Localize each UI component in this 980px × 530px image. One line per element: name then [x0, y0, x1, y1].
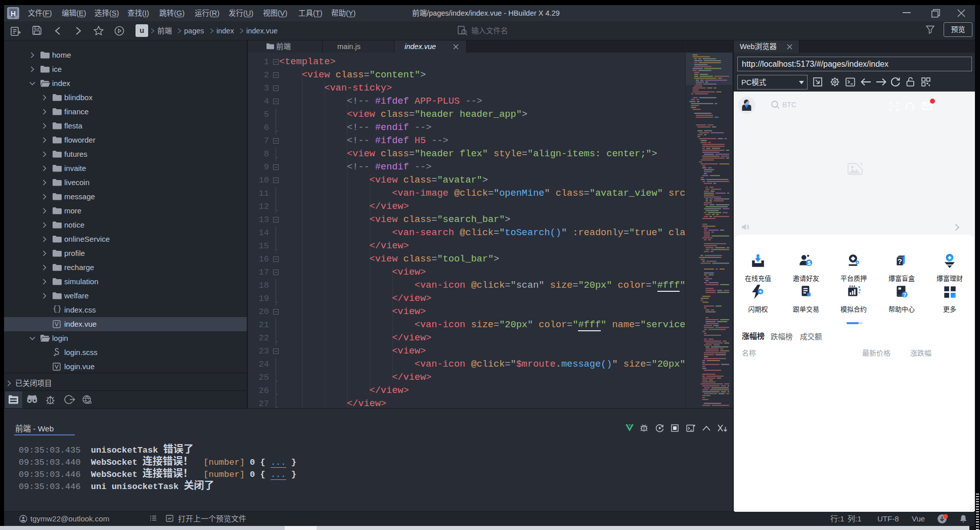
svg-text:?: ? [898, 257, 902, 266]
svg-text:H: H [11, 10, 16, 18]
svg-text:?: ? [903, 292, 906, 298]
svg-text:$: $ [808, 259, 811, 266]
